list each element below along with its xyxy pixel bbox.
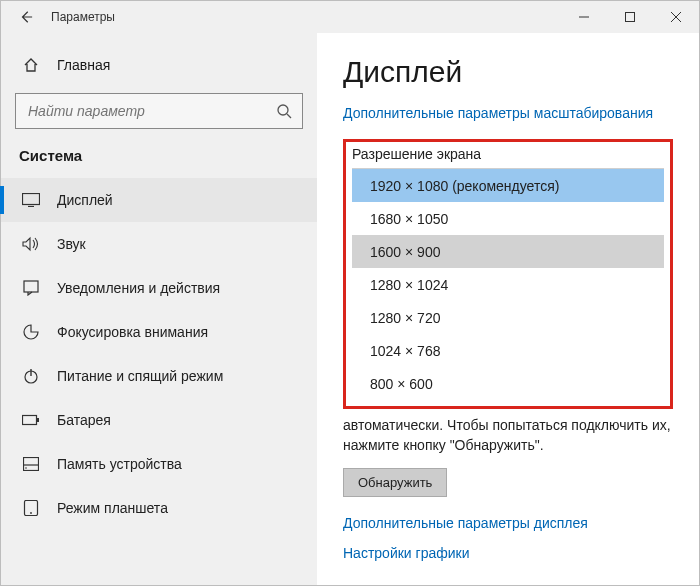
resolution-dropdown-highlight: Разрешение экрана 1920 × 1080 (рекоменду… <box>343 139 673 409</box>
resolution-option[interactable]: 1920 × 1080 (рекомендуется) <box>352 169 664 202</box>
search-icon <box>276 103 292 119</box>
svg-rect-0 <box>626 13 635 22</box>
graphics-settings-link[interactable]: Настройки графики <box>343 545 470 561</box>
sidebar-item-notifications[interactable]: Уведомления и действия <box>1 266 317 310</box>
settings-window: Параметры Главная <box>0 0 700 586</box>
tablet-mode-icon <box>19 500 43 516</box>
page-title: Дисплей <box>343 55 673 89</box>
svg-rect-6 <box>37 418 39 422</box>
sidebar-item-sound[interactable]: Звук <box>1 222 317 266</box>
notifications-icon <box>19 280 43 296</box>
sidebar-item-label: Фокусировка внимания <box>57 324 208 340</box>
svg-rect-2 <box>23 194 40 205</box>
minimize-icon <box>579 12 589 22</box>
close-icon <box>671 12 681 22</box>
sidebar-item-tablet-mode[interactable]: Режим планшета <box>1 486 317 530</box>
search-input[interactable] <box>26 102 276 120</box>
sidebar-item-label: Звук <box>57 236 86 252</box>
sidebar-section-title: Система <box>1 147 317 178</box>
back-button[interactable] <box>15 6 37 28</box>
minimize-button[interactable] <box>561 1 607 33</box>
home-icon <box>19 57 43 73</box>
sidebar-item-display[interactable]: Дисплей <box>1 178 317 222</box>
resolution-option[interactable]: 1680 × 1050 <box>352 202 664 235</box>
titlebar: Параметры <box>1 1 699 33</box>
power-icon <box>19 368 43 384</box>
search-box[interactable] <box>15 93 303 129</box>
svg-rect-3 <box>24 281 38 292</box>
sidebar-item-focus-assist[interactable]: Фокусировка внимания <box>1 310 317 354</box>
sidebar-item-label: Уведомления и действия <box>57 280 220 296</box>
sidebar-item-label: Режим планшета <box>57 500 168 516</box>
main-content: Дисплей Дополнительные параметры масштаб… <box>317 33 699 585</box>
window-title: Параметры <box>51 10 115 24</box>
svg-point-8 <box>25 467 27 469</box>
window-controls <box>561 1 699 33</box>
storage-icon <box>19 457 43 471</box>
advanced-display-link[interactable]: Дополнительные параметры дисплея <box>343 515 588 531</box>
maximize-icon <box>625 12 635 22</box>
sidebar-item-label: Питание и спящий режим <box>57 368 223 384</box>
detect-text-line: автоматически. Чтобы попытаться подключи… <box>343 417 671 453</box>
focus-assist-icon <box>19 324 43 340</box>
resolution-label: Разрешение экрана <box>352 146 664 162</box>
battery-icon <box>19 414 43 426</box>
resolution-option[interactable]: 1280 × 720 <box>352 301 664 334</box>
svg-point-1 <box>278 105 288 115</box>
detect-description: автоматически. Чтобы попытаться подключи… <box>343 415 673 456</box>
sidebar-item-label: Дисплей <box>57 192 113 208</box>
maximize-button[interactable] <box>607 1 653 33</box>
resolution-option-list: 1920 × 1080 (рекомендуется) 1680 × 1050 … <box>352 168 664 400</box>
sidebar-item-label: Память устройства <box>57 456 182 472</box>
sidebar-item-power[interactable]: Питание и спящий режим <box>1 354 317 398</box>
home-nav[interactable]: Главная <box>1 47 317 83</box>
sidebar-item-battery[interactable]: Батарея <box>1 398 317 442</box>
svg-point-10 <box>30 512 32 514</box>
sidebar-nav: Дисплей Звук Уведомления и действия <box>1 178 317 530</box>
resolution-option[interactable]: 1600 × 900 <box>352 235 664 268</box>
back-arrow-icon <box>19 10 33 24</box>
home-label: Главная <box>57 57 110 73</box>
resolution-option[interactable]: 1024 × 768 <box>352 334 664 367</box>
svg-rect-5 <box>23 416 37 425</box>
sound-icon <box>19 236 43 252</box>
detect-button[interactable]: Обнаружить <box>343 468 447 497</box>
advanced-scaling-link[interactable]: Дополнительные параметры масштабирования <box>343 105 653 121</box>
sidebar-item-label: Батарея <box>57 412 111 428</box>
sidebar-item-storage[interactable]: Память устройства <box>1 442 317 486</box>
sidebar: Главная Система Дисплей <box>1 33 317 585</box>
resolution-option[interactable]: 800 × 600 <box>352 367 664 400</box>
display-icon <box>19 193 43 207</box>
resolution-option[interactable]: 1280 × 1024 <box>352 268 664 301</box>
close-button[interactable] <box>653 1 699 33</box>
